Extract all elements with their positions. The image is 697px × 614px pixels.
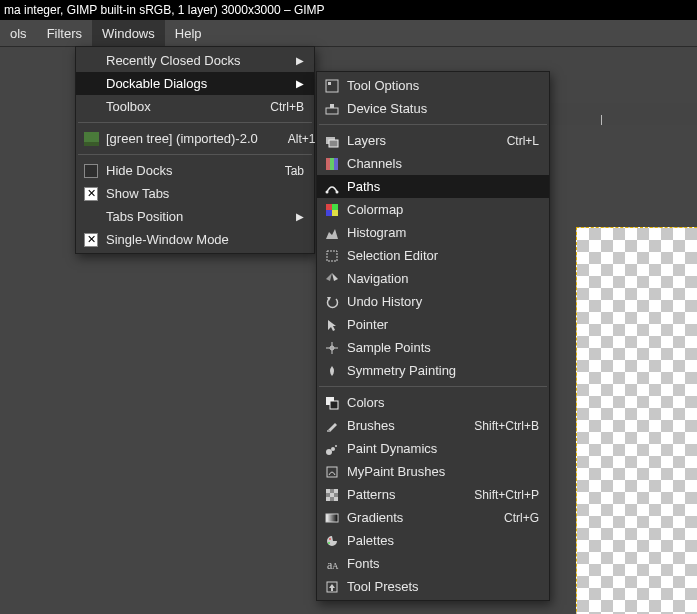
shortcut: Ctrl+B <box>270 100 304 114</box>
svg-rect-34 <box>326 489 330 493</box>
separator <box>319 386 547 387</box>
svg-point-29 <box>326 449 332 455</box>
histogram-icon <box>323 225 341 241</box>
svg-marker-19 <box>332 273 338 281</box>
menu-item-dockable-dialogs[interactable]: Dockable Dialogs ▶ <box>76 72 314 95</box>
menu-item-paint-dynamics[interactable]: Paint Dynamics <box>317 437 549 460</box>
svg-rect-10 <box>334 158 338 170</box>
menu-item-channels[interactable]: Channels <box>317 152 549 175</box>
symmetry-icon <box>323 363 341 379</box>
label: Histogram <box>347 225 539 240</box>
svg-rect-8 <box>326 158 330 170</box>
shortcut: Alt+1 <box>288 132 316 146</box>
menu-item-symmetry-painting[interactable]: Symmetry Painting <box>317 359 549 382</box>
windows-menu: Recently Closed Docks ▶ Dockable Dialogs… <box>75 46 315 254</box>
shortcut: Shift+Ctrl+P <box>474 488 539 502</box>
svg-point-31 <box>335 445 337 447</box>
menu-item-single-window-mode[interactable]: ✕ Single-Window Mode <box>76 228 314 251</box>
menu-item-mypaint-brushes[interactable]: MyPaint Brushes <box>317 460 549 483</box>
svg-rect-2 <box>326 80 338 92</box>
svg-rect-18 <box>327 251 337 261</box>
label: Patterns <box>347 487 444 502</box>
submenu-arrow-icon: ▶ <box>296 211 304 222</box>
gradients-icon <box>323 510 341 526</box>
palettes-icon <box>323 533 341 549</box>
menu-item-histogram[interactable]: Histogram <box>317 221 549 244</box>
label: Recently Closed Docks <box>106 53 276 68</box>
paths-icon <box>323 179 341 195</box>
label: Layers <box>347 133 477 148</box>
label: Tabs Position <box>106 209 276 224</box>
shortcut: Ctrl+G <box>504 511 539 525</box>
label: Symmetry Painting <box>347 363 539 378</box>
menu-item-layers[interactable]: Layers Ctrl+L <box>317 129 549 152</box>
layers-icon <box>323 133 341 149</box>
label: [green tree] (imported)-2.0 <box>106 131 258 146</box>
svg-rect-37 <box>326 497 330 501</box>
label: Channels <box>347 156 539 171</box>
canvas-checkerboard[interactable] <box>576 227 697 614</box>
submenu-arrow-icon: ▶ <box>296 55 304 66</box>
svg-rect-16 <box>332 210 338 216</box>
label: Tool Presets <box>347 579 539 594</box>
label: Toolbox <box>106 99 240 114</box>
menu-item-show-tabs[interactable]: ✕ Show Tabs <box>76 182 314 205</box>
menu-help[interactable]: Help <box>165 20 212 46</box>
separator <box>319 124 547 125</box>
shortcut: Tab <box>285 164 304 178</box>
menu-item-open-window[interactable]: [green tree] (imported)-2.0 Alt+1 <box>76 127 314 150</box>
menu-item-paths[interactable]: Paths <box>317 175 549 198</box>
menu-item-pointer[interactable]: Pointer <box>317 313 549 336</box>
svg-marker-45 <box>329 584 335 591</box>
device-status-icon <box>323 101 341 117</box>
menu-item-brushes[interactable]: Brushes Shift+Ctrl+B <box>317 414 549 437</box>
menu-item-tool-presets[interactable]: Tool Presets <box>317 575 549 598</box>
label: Paint Dynamics <box>347 441 539 456</box>
brushes-icon <box>323 418 341 434</box>
checkbox-checked-icon: ✕ <box>82 232 100 248</box>
svg-rect-9 <box>330 158 334 170</box>
label: Colors <box>347 395 539 410</box>
menu-tools[interactable]: ols <box>0 20 37 46</box>
menu-item-palettes[interactable]: Palettes <box>317 529 549 552</box>
menu-item-patterns[interactable]: Patterns Shift+Ctrl+P <box>317 483 549 506</box>
menu-item-recently-closed-docks[interactable]: Recently Closed Docks ▶ <box>76 49 314 72</box>
menu-item-gradients[interactable]: Gradients Ctrl+G <box>317 506 549 529</box>
navigation-icon <box>323 271 341 287</box>
mypaint-icon <box>323 464 341 480</box>
svg-point-30 <box>331 447 335 451</box>
svg-rect-15 <box>326 210 332 216</box>
svg-marker-22 <box>328 320 336 331</box>
svg-rect-1 <box>84 142 99 146</box>
label: Tool Options <box>347 78 539 93</box>
menu-filters[interactable]: Filters <box>37 20 92 46</box>
menu-item-selection-editor[interactable]: Selection Editor <box>317 244 549 267</box>
shortcut: Shift+Ctrl+B <box>474 419 539 433</box>
menu-item-navigation[interactable]: Navigation <box>317 267 549 290</box>
menu-item-sample-points[interactable]: Sample Points <box>317 336 549 359</box>
menu-item-colormap[interactable]: Colormap <box>317 198 549 221</box>
menu-item-toolbox[interactable]: Toolbox Ctrl+B <box>76 95 314 118</box>
svg-rect-4 <box>326 108 338 114</box>
undo-history-icon <box>323 294 341 310</box>
label: Colormap <box>347 202 539 217</box>
tool-options-icon <box>323 78 341 94</box>
svg-rect-36 <box>330 493 334 497</box>
menu-windows[interactable]: Windows <box>92 20 165 46</box>
svg-rect-28 <box>327 430 330 432</box>
menu-item-undo-history[interactable]: Undo History <box>317 290 549 313</box>
menu-item-fonts[interactable]: aA Fonts <box>317 552 549 575</box>
menu-item-colors[interactable]: Colors <box>317 391 549 414</box>
menu-item-device-status[interactable]: Device Status <box>317 97 549 120</box>
label: Palettes <box>347 533 539 548</box>
shortcut: Ctrl+L <box>507 134 539 148</box>
tool-presets-icon <box>323 579 341 595</box>
fonts-icon: aA <box>323 556 341 572</box>
menu-item-tool-options[interactable]: Tool Options <box>317 74 549 97</box>
menu-item-hide-docks[interactable]: Hide Docks Tab <box>76 159 314 182</box>
menu-item-tabs-position[interactable]: Tabs Position ▶ <box>76 205 314 228</box>
colormap-icon <box>323 202 341 218</box>
label: Paths <box>347 179 539 194</box>
svg-rect-27 <box>330 401 338 409</box>
checkbox-checked-icon: ✕ <box>82 186 100 202</box>
